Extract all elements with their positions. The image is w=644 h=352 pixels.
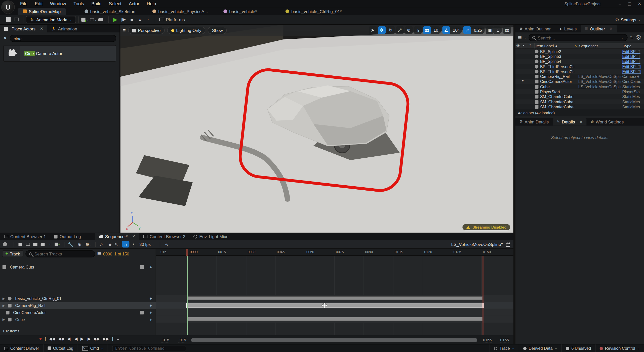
perspective-dropdown[interactable]: Perspective	[128, 27, 165, 34]
outliner-settings-icon[interactable]: ⚙	[636, 34, 641, 41]
unreal-logo-icon[interactable]: U	[1, 1, 15, 14]
view-range-end[interactable]: 0165	[500, 337, 509, 342]
rotate-tool[interactable]: ↻	[387, 26, 394, 34]
expand-arrow-icon[interactable]: ▶	[3, 318, 6, 321]
snap-toggle[interactable]: ∩	[122, 241, 129, 247]
to-end-button[interactable]: ]	[112, 336, 113, 341]
tab-world-settings[interactable]: ◍ World Settings	[587, 118, 628, 125]
camera-speed-icon[interactable]: ▣	[486, 26, 494, 34]
render-movie-icon[interactable]	[39, 241, 46, 247]
tab-content-browser-1[interactable]: Content Browser 1	[0, 233, 50, 240]
expand-arrow-icon[interactable]: ▶	[3, 297, 6, 300]
close-button[interactable]: ✕	[637, 2, 642, 6]
select-tool[interactable]: ➤	[369, 26, 377, 34]
maximize-viewport-icon[interactable]: ▦	[503, 26, 511, 34]
derived-data-dropdown[interactable]: Derived Data ⌄	[519, 344, 561, 352]
settings-dropdown[interactable]: ⚙ Settings ⌄	[615, 17, 641, 22]
menu-tools[interactable]: Tools	[71, 1, 87, 7]
jump-back-button[interactable]: ◀◀	[49, 336, 55, 341]
tab-output-log[interactable]: Output Log	[50, 233, 85, 240]
camera-icon[interactable]	[140, 311, 144, 315]
scale-tool[interactable]: ⤢	[396, 26, 404, 34]
place-actors-search[interactable]	[10, 35, 116, 42]
play-reverse-button[interactable]: ◀	[74, 336, 78, 341]
streaming-warning[interactable]: Streaming Disabled	[463, 224, 510, 230]
rotation-snap-toggle[interactable]: ∠	[442, 26, 450, 34]
table-row[interactable]: PlayerStartPlayerSta	[515, 89, 644, 94]
scale-snap-toggle[interactable]: ↗	[463, 26, 471, 34]
favorite-column-icon[interactable]: *	[522, 43, 528, 48]
track-camerarig-rail[interactable]: ▶ CameraRig_Rail +	[0, 302, 156, 309]
pin-column-icon[interactable]: ⍑	[528, 43, 535, 48]
outliner-search[interactable]: ⌄	[529, 34, 627, 41]
tab-skeleton[interactable]: basic_vehicle_Skeleton	[79, 8, 140, 15]
jump-forward-button[interactable]: ▶▶	[103, 336, 109, 341]
outliner-search-input[interactable]	[538, 35, 618, 40]
world-dropdown[interactable]: ⌄	[3, 241, 10, 247]
create-camera-icon[interactable]	[32, 241, 38, 247]
work-range-start[interactable]: -015	[178, 337, 186, 342]
table-row[interactable]: BP_Spline3Edit BP_T	[515, 54, 644, 59]
track-camera-cuts[interactable]: Camera Cuts +	[0, 263, 156, 270]
snap-options-kebab[interactable]: ⋮	[130, 241, 137, 247]
add-icon[interactable]: +	[150, 317, 152, 322]
add-actor-to-sequencer-icon[interactable]: +	[54, 241, 61, 247]
editor-mode-dropdown[interactable]: 🏃 Animation Mode ⌄	[26, 16, 76, 23]
menu-edit[interactable]: Edit	[32, 1, 46, 7]
playback-options-dropdown[interactable]: 🔧⌄	[68, 241, 76, 247]
section-bar-ctrlrig[interactable]	[187, 296, 483, 300]
menu-build[interactable]: Build	[89, 1, 104, 7]
table-row[interactable]: BP_Spline2Edit BP_T	[515, 49, 644, 54]
item-label-column[interactable]: Item Label ▲	[535, 43, 574, 48]
edit-mode-dropdown[interactable]: ✎⌄	[114, 241, 121, 247]
next-key-button[interactable]: ◆▶	[94, 336, 100, 341]
time-ruler[interactable]: -015 0015 0030 0045 0060 0075 0090 0105 …	[156, 249, 513, 256]
table-row[interactable]: SM_ChamferCube3StaticMes	[515, 104, 644, 109]
tab-sequencer[interactable]: Sequencer* ✕	[95, 233, 139, 240]
move-tool[interactable]: ✥	[378, 26, 386, 34]
table-row[interactable]: SM_ChamferCubeStaticMes	[515, 94, 644, 99]
console-input[interactable]	[115, 346, 183, 350]
menu-window[interactable]: Window	[47, 1, 69, 7]
frame-skip-button[interactable]: |▶	[119, 16, 128, 23]
world-local-toggle[interactable]: ⊕	[405, 26, 413, 34]
new-folder-icon[interactable]: 🗀	[629, 35, 633, 40]
section-bar-cube[interactable]	[187, 317, 483, 321]
table-row[interactable]: BP_ThirdPersonChaEdit BP_Tl	[515, 69, 644, 74]
play-button[interactable]: ▶	[80, 336, 84, 341]
close-icon[interactable]: ✕	[40, 27, 43, 31]
close-icon[interactable]: ✕	[580, 120, 583, 124]
menu-help[interactable]: Help	[144, 1, 159, 7]
view-mode-dropdown[interactable]: Lighting Only	[167, 27, 205, 34]
table-row[interactable]: BP_ThirdPersonChaEdit BP_Tl	[515, 64, 644, 69]
curve-editor-icon[interactable]: ∿	[164, 241, 170, 247]
tab-env-light-mixer[interactable]: Env. Light Mixer	[189, 233, 234, 240]
tab-content-browser-2[interactable]: Content Browser 2	[139, 233, 189, 240]
current-frame[interactable]: 0000	[103, 251, 112, 256]
blueprints-dropdown[interactable]: ⌄	[90, 16, 98, 23]
viewport-options-icon[interactable]: ≡	[123, 27, 126, 33]
table-row[interactable]: SM_ChamferCube2StaticMes	[515, 99, 644, 104]
playback-start-line[interactable]	[187, 249, 188, 335]
lock-icon[interactable]	[506, 243, 510, 247]
stop-button[interactable]: ■	[128, 16, 136, 23]
browse-sequence-icon[interactable]	[24, 241, 31, 247]
add-icon[interactable]: +	[150, 303, 152, 308]
tab-ctrlrig[interactable]: basic_vehicle_CtrlRig_01*	[281, 8, 347, 15]
track-search-input[interactable]	[34, 251, 92, 256]
playback-end-line[interactable]	[482, 249, 483, 335]
tab-physicsasset[interactable]: basic_vehicle_PhysicsA...	[148, 8, 213, 15]
track-cube[interactable]: ▶ Cube +	[0, 316, 156, 323]
trace-dropdown[interactable]: Trace ⌄	[490, 344, 519, 352]
track-filter-icon[interactable]: ≡	[97, 250, 101, 257]
camera-speed-value[interactable]: 1	[494, 26, 502, 34]
prev-key-button[interactable]: ◀◆	[58, 336, 64, 341]
table-row[interactable]: CubeLS_VehicleMoveOnSplineStaticMes	[515, 84, 644, 89]
camera-icon[interactable]	[140, 265, 144, 269]
add-actor-dropdown[interactable]: +⌄	[81, 16, 90, 23]
tab-anim-details[interactable]: ⚒ Anim Details	[515, 118, 553, 125]
type-column[interactable]: Type	[622, 43, 644, 48]
track-search[interactable]	[25, 250, 95, 257]
tab-levels[interactable]: ▲ Levels	[555, 25, 581, 32]
eject-button[interactable]: ▲	[136, 16, 144, 23]
